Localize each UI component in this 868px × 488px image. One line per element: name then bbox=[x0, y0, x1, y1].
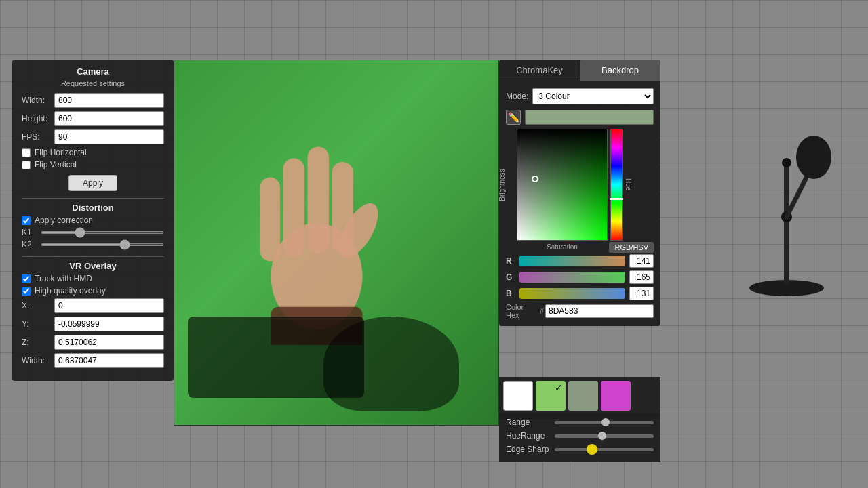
y-input[interactable] bbox=[54, 317, 164, 331]
fps-input[interactable] bbox=[54, 129, 164, 144]
apply-correction-checkbox[interactable] bbox=[22, 216, 31, 225]
k1-slider[interactable] bbox=[41, 231, 164, 234]
x-input[interactable] bbox=[54, 298, 164, 313]
hue-axis-label: Hue bbox=[625, 178, 632, 190]
apply-button[interactable]: Apply bbox=[68, 175, 117, 191]
camera-title: Camera bbox=[22, 66, 164, 77]
width2-row: Width: bbox=[22, 353, 164, 368]
k1-row: K1 bbox=[22, 228, 164, 237]
r-value[interactable] bbox=[629, 254, 654, 268]
x-label: X: bbox=[22, 301, 54, 310]
flip-horizontal-checkbox[interactable] bbox=[22, 148, 31, 157]
high-quality-label: High quality overlay bbox=[35, 286, 106, 296]
g-label: G bbox=[506, 272, 515, 282]
apply-correction-row: Apply correction bbox=[22, 216, 164, 225]
hue-range-label: HueRange bbox=[506, 431, 555, 441]
eyedropper-icon[interactable]: ✏️ bbox=[506, 110, 521, 125]
mode-row: Mode: 3 Colour 1 Colour 2 Colour bbox=[506, 88, 654, 104]
width2-label: Width: bbox=[22, 356, 54, 365]
r-slider[interactable] bbox=[519, 256, 625, 266]
mode-label: Mode: bbox=[506, 92, 528, 101]
divider-1 bbox=[22, 198, 164, 199]
range-track[interactable] bbox=[555, 421, 654, 424]
width-input[interactable] bbox=[54, 93, 164, 108]
swatch-gray[interactable] bbox=[568, 381, 598, 411]
swatches-row: ✓ bbox=[503, 381, 656, 411]
flip-vertical-label: Flip Vertical bbox=[35, 160, 77, 169]
hand-silhouette bbox=[229, 101, 405, 345]
edge-sharp-row: Edge Sharp bbox=[506, 445, 654, 454]
tabs-row: ChromaKey Backdrop bbox=[499, 60, 660, 81]
edge-sharp-label: Edge Sharp bbox=[506, 445, 555, 454]
hue-range-handle bbox=[598, 432, 606, 440]
high-quality-row: High quality overlay bbox=[22, 286, 164, 296]
b-slider[interactable] bbox=[519, 288, 625, 299]
width-label: Width: bbox=[22, 96, 54, 105]
track-hmd-row: Track with HMD bbox=[22, 274, 164, 283]
sv-picker[interactable]: Saturation bbox=[517, 129, 608, 241]
brightness-label: Brightness bbox=[498, 165, 506, 205]
device-area bbox=[323, 317, 459, 411]
swatches-panel: ✓ bbox=[499, 377, 660, 419]
settings-subtitle: Requested settings bbox=[22, 79, 164, 87]
apply-correction-label: Apply correction bbox=[35, 216, 93, 225]
height-input[interactable] bbox=[54, 111, 164, 126]
vr-overlay-title: VR Overlay bbox=[22, 261, 164, 271]
range-handle bbox=[601, 418, 610, 426]
pickers-wrapper: Brightness Saturation Hue RGB/HSV bbox=[517, 129, 654, 241]
height-label: Height: bbox=[22, 114, 54, 123]
r-label: R bbox=[506, 256, 515, 266]
fps-label: FPS: bbox=[22, 132, 54, 142]
g-slider[interactable] bbox=[519, 272, 625, 283]
flip-horizontal-label: Flip Horizontal bbox=[35, 148, 87, 157]
range-label: Range bbox=[506, 418, 555, 427]
flip-horizontal-row: Flip Horizontal bbox=[22, 148, 164, 157]
chromakey-tab[interactable]: ChromaKey bbox=[499, 60, 580, 81]
y-label: Y: bbox=[22, 319, 54, 329]
k2-row: K2 bbox=[22, 240, 164, 249]
left-panel: Camera Requested settings Width: Height:… bbox=[12, 60, 174, 381]
swatch-white[interactable] bbox=[503, 381, 533, 411]
color-hex-label: Color Hex bbox=[506, 303, 537, 319]
rgb-hsv-button[interactable]: RGB/HSV bbox=[609, 242, 654, 253]
hex-bottom-input[interactable] bbox=[545, 304, 654, 318]
k2-slider[interactable] bbox=[41, 243, 164, 246]
hash-symbol: # bbox=[540, 307, 544, 315]
track-hmd-label: Track with HMD bbox=[35, 274, 92, 283]
hue-range-row: HueRange bbox=[506, 431, 654, 441]
height-row: Height: bbox=[22, 111, 164, 126]
right-panel: ChromaKey Backdrop Mode: 3 Colour 1 Colo… bbox=[499, 60, 660, 326]
svg-rect-4 bbox=[260, 178, 280, 262]
track-hmd-checkbox[interactable] bbox=[22, 274, 31, 283]
width-row: Width: bbox=[22, 93, 164, 108]
z-input[interactable] bbox=[54, 335, 164, 350]
high-quality-checkbox[interactable] bbox=[22, 287, 31, 296]
b-value[interactable] bbox=[629, 287, 654, 300]
camera-preview bbox=[174, 60, 499, 426]
backdrop-tab[interactable]: Backdrop bbox=[580, 60, 660, 81]
g-value[interactable] bbox=[629, 270, 654, 284]
z-label: Z: bbox=[22, 338, 54, 347]
swatch-magenta[interactable] bbox=[601, 381, 631, 411]
edge-sharp-track[interactable] bbox=[555, 448, 654, 451]
svg-rect-2 bbox=[308, 147, 330, 254]
saturation-label: Saturation bbox=[547, 243, 578, 251]
sv-handle bbox=[532, 176, 538, 182]
mic-stand-svg bbox=[726, 108, 848, 298]
svg-rect-3 bbox=[283, 158, 305, 257]
flip-vertical-checkbox[interactable] bbox=[22, 161, 31, 169]
r-row: R bbox=[506, 254, 654, 268]
flip-vertical-row: Flip Vertical bbox=[22, 160, 164, 169]
hue-range-track[interactable] bbox=[555, 434, 654, 438]
g-row: G bbox=[506, 270, 654, 284]
fps-row: FPS: bbox=[22, 129, 164, 144]
color-preview-input[interactable] bbox=[525, 110, 654, 125]
svg-point-12 bbox=[782, 158, 791, 167]
swatch-green[interactable]: ✓ bbox=[536, 381, 566, 411]
right-panel-body: Mode: 3 Colour 1 Colour 2 Colour ✏️ Brig… bbox=[499, 81, 660, 326]
hue-strip[interactable] bbox=[610, 129, 623, 241]
sv-canvas bbox=[517, 129, 607, 240]
width2-input[interactable] bbox=[54, 353, 164, 368]
color-hex-bottom-row: Color Hex # bbox=[506, 303, 654, 319]
mode-select[interactable]: 3 Colour 1 Colour 2 Colour bbox=[532, 88, 654, 104]
